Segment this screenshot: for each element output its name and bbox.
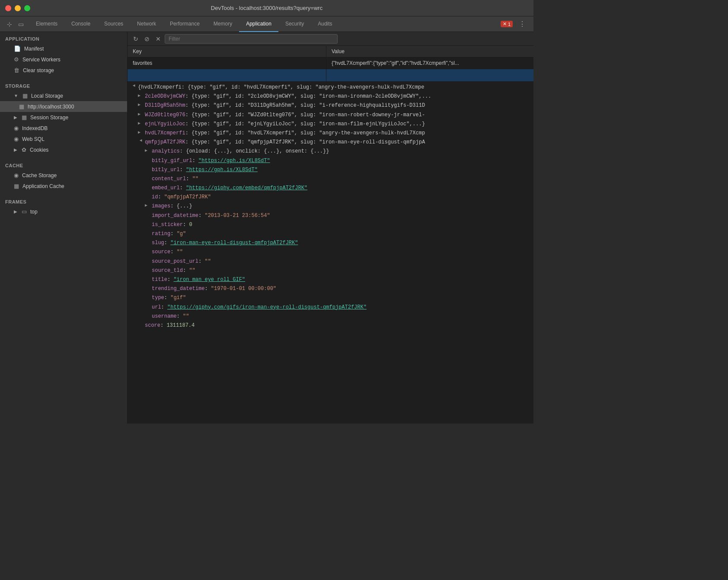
json-viewer-line[interactable]: ▼{hvdL7Xcmperfi: {type: "gif", id: "hvdL… <box>128 83 533 92</box>
json-url-value[interactable]: "iron man eye roll GIF" <box>173 276 245 284</box>
json-arrow-icon[interactable]: ▼ <box>137 139 144 144</box>
json-viewer-line[interactable]: ▶WJZd0tlteg076: {type: "gif", id: "WJZd0… <box>128 111 533 120</box>
tab-icon-group: ⊹ ▭ <box>2 19 29 29</box>
tab-elements[interactable]: Elements <box>29 16 64 32</box>
json-value: {...} <box>173 202 192 210</box>
json-arrow-icon[interactable]: ▶ <box>145 202 150 209</box>
json-viewer-line[interactable]: embed_url: "https://giphy.com/embed/qmfp… <box>128 184 533 193</box>
table-cell-value: {"hvdL7Xcmperfi":{"type":"gif","id":"hvd… <box>326 57 533 69</box>
json-key: slug <box>152 239 164 247</box>
json-key: source_post_url <box>152 258 198 266</box>
table-row[interactable]: favorites {"hvdL7Xcmperfi":{"type":"gif"… <box>128 57 533 69</box>
sidebar-item-cache-storage[interactable]: ◉ Cache Storage <box>0 170 127 181</box>
sidebar-item-cookies[interactable]: ▶ ✿ Cookies <box>0 144 127 155</box>
json-url-value[interactable]: "https://giphy.com/embed/qmfpjpAT2fJRK" <box>186 184 307 192</box>
json-plain-text: {hvdL7Xcmperfi: {type: "gif", id: "hvdL7… <box>138 83 425 92</box>
json-viewer[interactable]: ▼{hvdL7Xcmperfi: {type: "gif", id: "hvdL… <box>128 81 533 424</box>
json-viewer-line[interactable]: import_datetime: "2013-03-21 23:56:54" <box>128 211 533 220</box>
tab-performance[interactable]: Performance <box>163 16 207 32</box>
json-viewer-line[interactable]: bitly_url: "https://gph.is/XL8SdT" <box>128 166 533 175</box>
tab-memory[interactable]: Memory <box>207 16 239 32</box>
json-viewer-line[interactable]: content_url: "" <box>128 175 533 184</box>
local-storage-icon: ▦ <box>22 92 28 99</box>
json-viewer-line[interactable]: source: "" <box>128 248 533 257</box>
close-button[interactable] <box>5 5 11 11</box>
json-viewer-line[interactable]: source_post_url: "" <box>128 257 533 266</box>
tab-console[interactable]: Console <box>64 16 97 32</box>
tab-network[interactable]: Network <box>130 16 163 32</box>
device-icon[interactable]: ▭ <box>16 19 26 29</box>
table-cell-key: favorites <box>128 57 326 69</box>
json-viewer-line[interactable]: ▶images: {...} <box>128 202 533 211</box>
tab-security[interactable]: Security <box>278 16 311 32</box>
json-url-value[interactable]: "https://giphy.com/gifs/iron-man-eye-rol… <box>167 303 367 312</box>
json-viewer-line[interactable]: ▶analytics: {onload: {...}, onclick: {..… <box>128 147 533 156</box>
json-arrow-icon[interactable]: ▶ <box>138 92 143 99</box>
tab-sources[interactable]: Sources <box>97 16 130 32</box>
filter-input[interactable] <box>165 34 338 44</box>
json-viewer-line[interactable]: slug: "iron-man-eye-roll-disgust-qmfpjpA… <box>128 239 533 248</box>
clear-icon[interactable]: ⊘ <box>142 34 152 44</box>
json-string-value: "g" <box>177 230 186 238</box>
manifest-icon: 📄 <box>14 45 21 52</box>
close-filter-icon[interactable]: ✕ <box>153 34 163 44</box>
json-viewer-line[interactable]: ▶D3l1DgR5ah5hm: {type: "gif", id: "D3l1D… <box>128 101 533 110</box>
json-key: content_url <box>152 175 186 183</box>
more-options-icon[interactable]: ⋮ <box>516 18 528 30</box>
json-viewer-line[interactable]: score: 1311187.4 <box>128 321 533 330</box>
sidebar-item-clear-storage[interactable]: 🗑 Clear storage <box>0 65 127 76</box>
minimize-button[interactable] <box>15 5 21 11</box>
json-arrow-icon[interactable]: ▼ <box>130 84 137 89</box>
json-viewer-line[interactable]: rating: "g" <box>128 229 533 239</box>
table-header: Key Value <box>128 46 533 57</box>
sidebar-item-application-cache[interactable]: ▦ Application Cache <box>0 181 127 191</box>
json-url-value[interactable]: "https://gph.is/XL8SdT" <box>186 166 258 174</box>
json-string-value: "2013-03-21 23:56:54" <box>204 212 270 220</box>
sidebar-item-web-sql[interactable]: ◉ Web SQL <box>0 134 127 144</box>
sidebar-item-service-workers[interactable]: ⚙ Service Workers <box>0 54 127 65</box>
json-url-value[interactable]: "https://gph.is/XL8SdT" <box>198 157 270 165</box>
localhost-icon: ▦ <box>19 103 24 110</box>
json-viewer-line[interactable]: ▶ejnLYgyiLoJoc: {type: "gif", id: "ejnLY… <box>128 120 533 129</box>
json-viewer-line[interactable]: id: "qmfpjpAT2fJRK" <box>128 193 533 202</box>
json-string-value: "qmfpjpAT2fJRK" <box>164 193 211 201</box>
cursor-icon[interactable]: ⊹ <box>5 19 14 29</box>
json-viewer-line[interactable]: is_sticker: 0 <box>128 220 533 229</box>
json-string-value: "1970-01-01 00:00:00" <box>211 285 276 293</box>
json-viewer-line[interactable]: type: "gif" <box>128 293 533 303</box>
json-arrow-icon[interactable]: ▶ <box>138 120 143 127</box>
frame-icon: ▭ <box>22 208 27 215</box>
json-viewer-line[interactable]: url: "https://giphy.com/gifs/iron-man-ey… <box>128 303 533 312</box>
json-arrow-icon[interactable]: ▶ <box>138 129 143 136</box>
json-viewer-line[interactable]: ▶2cleOD8vjmCWY: {type: "gif", id: "2cleO… <box>128 92 533 101</box>
window-title: DevTools - localhost:3000/results?query=… <box>211 5 322 11</box>
column-header-value: Value <box>326 46 533 57</box>
main-layout: Application 📄 Manifest ⚙ Service Workers… <box>0 32 533 424</box>
refresh-icon[interactable]: ↻ <box>131 34 140 44</box>
json-viewer-line[interactable]: source_tld: "" <box>128 266 533 275</box>
json-viewer-line[interactable]: bitly_gif_url: "https://gph.is/XL8SdT" <box>128 156 533 166</box>
tab-audits[interactable]: Audits <box>311 16 339 32</box>
sidebar-item-manifest[interactable]: 📄 Manifest <box>0 43 127 54</box>
json-arrow-icon[interactable]: ▶ <box>145 147 150 154</box>
json-value: {type: "gif", id: "qmfpjpAT2fJRK", slug:… <box>188 138 425 147</box>
json-string-value: "" <box>192 175 198 183</box>
json-arrow-icon[interactable]: ▶ <box>138 102 143 108</box>
table-empty-selected-row[interactable] <box>128 69 533 81</box>
sidebar-item-indexeddb[interactable]: ◉ IndexedDB <box>0 123 127 134</box>
sidebar-item-top-frame[interactable]: ▶ ▭ top <box>0 206 127 217</box>
json-viewer-line[interactable]: trending_datetime: "1970-01-01 00:00:00" <box>128 284 533 293</box>
json-viewer-line[interactable]: ▶hvdL7Xcmperfi: {type: "gif", id: "hvdL7… <box>128 129 533 138</box>
json-viewer-line[interactable]: title: "iron man eye roll GIF" <box>128 275 533 284</box>
error-badge[interactable]: ✕ 1 <box>501 21 513 27</box>
maximize-button[interactable] <box>24 5 30 11</box>
sidebar-item-session-storage[interactable]: ▶ ▦ Session Storage <box>0 112 127 123</box>
sidebar-item-localhost[interactable]: ▦ http://localhost:3000 <box>0 101 127 112</box>
tab-application[interactable]: Application <box>239 16 278 32</box>
sidebar-item-local-storage[interactable]: ▼ ▦ Local Storage <box>0 90 127 101</box>
json-viewer-line[interactable]: username: "" <box>128 312 533 321</box>
json-key: qmfpjpAT2fJRK <box>145 138 185 147</box>
json-arrow-icon[interactable]: ▶ <box>138 111 143 118</box>
json-viewer-line[interactable]: ▼qmfpjpAT2fJRK: {type: "gif", id: "qmfpj… <box>128 138 533 147</box>
json-url-value[interactable]: "iron-man-eye-roll-disgust-qmfpjpAT2fJRK… <box>170 239 298 247</box>
